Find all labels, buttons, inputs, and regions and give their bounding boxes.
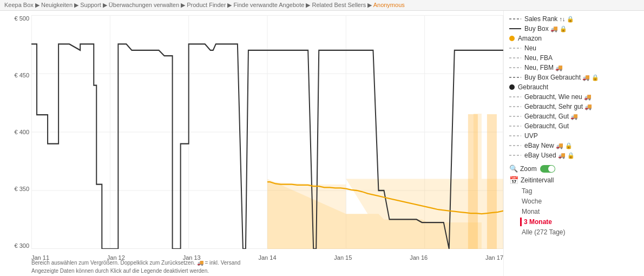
breadcrumb-item[interactable]: Product Finder — [187, 2, 226, 8]
interval-alle[interactable]: Alle (272 Tage) — [520, 228, 639, 236]
legend-line-neu-fba — [509, 57, 521, 58]
y-label-500: € 500 — [14, 15, 29, 22]
legend-icon-neu-fbm: 🚚 — [555, 64, 563, 71]
legend-ebay-used[interactable]: eBay Used 🚚 🔒 — [509, 152, 639, 159]
breadcrumb-bar: Keepa Box ▶ Neuigkeiten ▶ Support ▶ Über… — [0, 0, 644, 11]
legend-label-neu: Neu — [524, 44, 536, 52]
legend-label-gebraucht-gut: Gebraucht, Gut — [524, 113, 569, 120]
svg-rect-16 — [487, 114, 497, 249]
zoom-search-icon: 🔍 — [509, 165, 518, 173]
y-label-350: € 350 — [14, 186, 29, 192]
interval-monat[interactable]: Monat — [520, 207, 639, 216]
legend-label-uvp: UVP — [524, 132, 538, 140]
legend-uvp[interactable]: UVP — [509, 132, 639, 140]
interval-options: Tag Woche Monat 3 Monate Alle (272 Tage) — [509, 187, 639, 236]
legend-line-gebraucht-wie-neu — [509, 96, 521, 97]
legend-line-warehouse-deals — [509, 126, 521, 127]
legend-ebay-new[interactable]: eBay New 🚚 🔒 — [509, 142, 639, 149]
legend-line-gebraucht-sehr-gut — [509, 106, 521, 107]
svg-rect-15 — [468, 114, 478, 249]
legend-warehouse-deals[interactable]: Gebraucht, Gut — [509, 122, 639, 130]
legend-icon-ebay-used: 🚚 🔒 — [558, 152, 575, 159]
legend-label-warehouse-deals: Gebraucht, Gut — [524, 122, 569, 130]
legend-label-sales-rank: Sales Rank — [524, 15, 557, 23]
legend-neu-fba[interactable]: Neu, FBA — [509, 54, 639, 62]
legend-amazon[interactable]: Amazon — [509, 35, 639, 42]
interval-label: Zeitintervall — [521, 176, 554, 184]
legend-label-buy-box-gebraucht: Buy Box Gebraucht — [524, 74, 581, 81]
legend-buy-box[interactable]: Buy Box 🚚 🔒 — [509, 25, 639, 32]
interval-row: 📅 Zeitintervall — [509, 176, 639, 185]
toggle-thumb — [548, 166, 555, 172]
legend-line-sales-rank — [509, 18, 521, 19]
legend-label-ebay-new: eBay New — [524, 142, 554, 149]
legend-gebraucht-sehr-gut[interactable]: Gebraucht, Sehr gut 🚚 — [509, 103, 639, 110]
footer-line1: Bereich auswählen zum Vergrößern. Doppel… — [31, 259, 503, 267]
chart-footer: Bereich auswählen zum Vergrößern. Doppel… — [31, 259, 503, 275]
legend-line-gebraucht-gut — [509, 116, 521, 117]
legend-panel: Sales Rank ↑↓ 🔒 Buy Box 🚚 🔒 Amazon Neu N… — [503, 11, 644, 276]
legend-label-buy-box: Buy Box — [524, 25, 549, 32]
y-label-300: € 300 — [14, 242, 29, 249]
legend-neu-fbm[interactable]: Neu, FBM 🚚 — [509, 64, 639, 71]
legend-gebraucht-wie-neu[interactable]: Gebraucht, Wie neu 🚚 — [509, 93, 639, 101]
interval-tag[interactable]: Tag — [520, 187, 639, 195]
y-axis: € 500 € 450 € 400 € 350 € 300 — [0, 15, 31, 249]
interval-woche[interactable]: Woche — [520, 197, 639, 206]
legend-dot-amazon — [509, 36, 515, 41]
legend-line-ebay-new — [509, 145, 521, 146]
legend-dot-gebraucht — [509, 84, 515, 90]
legend-gebraucht[interactable]: Gebraucht — [509, 83, 639, 91]
legend-gebraucht-gut[interactable]: Gebraucht, Gut 🚚 — [509, 113, 639, 120]
legend-neu[interactable]: Neu — [509, 44, 639, 52]
controls-section: 🔍 Zoom 📅 Zeitintervall Tag Woche Monat 3… — [509, 165, 639, 236]
main-container: € 500 € 450 € 400 € 350 € 300 — [0, 11, 644, 276]
y-label-450: € 450 — [14, 72, 29, 78]
legend-icon-gebraucht-gut: 🚚 — [570, 113, 578, 120]
breadcrumb-item[interactable]: Related Best Sellers — [312, 2, 366, 8]
footer-line2: Angezeigte Daten können durch Klick auf … — [31, 267, 503, 275]
chart-canvas[interactable] — [31, 15, 503, 249]
legend-icon-gebraucht-wie-neu: 🚚 — [584, 94, 592, 101]
interval-3monate[interactable]: 3 Monate — [520, 218, 639, 226]
legend-line-neu — [509, 48, 521, 49]
legend-icon-ebay-new: 🚚 🔒 — [556, 142, 573, 149]
zoom-label: Zoom — [520, 165, 537, 173]
breadcrumb-current[interactable]: Anonymous — [373, 2, 405, 8]
legend-line-uvp — [509, 135, 521, 136]
breadcrumb-item[interactable]: Finde verwandte Angebote — [233, 2, 304, 8]
calendar-icon: 📅 — [509, 176, 518, 185]
legend-label-amazon: Amazon — [518, 35, 542, 42]
breadcrumb-item[interactable]: Keepa Box — [4, 2, 34, 8]
legend-icon-buy-box: 🚚 🔒 — [550, 25, 567, 32]
legend-label-gebraucht-wie-neu: Gebraucht, Wie neu — [524, 93, 582, 101]
legend-icon-buy-box-gebraucht: 🚚 🔒 — [582, 74, 599, 81]
legend-line-neu-fbm — [509, 67, 521, 68]
legend-line-buy-box-gebraucht — [509, 77, 521, 78]
breadcrumb-item[interactable]: Support — [80, 2, 101, 8]
breadcrumb-item[interactable]: Überwachungen verwalten — [109, 2, 179, 8]
chart-area[interactable]: € 500 € 450 € 400 € 350 € 300 — [0, 11, 503, 276]
zoom-row: 🔍 Zoom — [509, 165, 639, 173]
zoom-toggle[interactable] — [540, 165, 555, 173]
legend-label-gebraucht-sehr-gut: Gebraucht, Sehr gut — [524, 103, 583, 110]
legend-buy-box-gebraucht[interactable]: Buy Box Gebraucht 🚚 🔒 — [509, 74, 639, 81]
legend-label-neu-fba: Neu, FBA — [524, 54, 553, 62]
legend-label-ebay-used: eBay Used — [524, 152, 556, 159]
legend-sales-rank[interactable]: Sales Rank ↑↓ 🔒 — [509, 15, 639, 23]
legend-label-gebraucht: Gebraucht — [518, 83, 548, 91]
legend-label-neu-fbm: Neu, FBM — [524, 64, 554, 71]
y-label-400: € 400 — [14, 129, 29, 135]
legend-line-buy-box — [509, 28, 521, 29]
legend-icon-gebraucht-sehr-gut: 🚚 — [584, 103, 592, 110]
legend-icon-sales-rank: ↑↓ 🔒 — [559, 16, 574, 23]
legend-line-ebay-used — [509, 155, 521, 156]
breadcrumb-item[interactable]: Neuigkeiten — [41, 2, 73, 8]
